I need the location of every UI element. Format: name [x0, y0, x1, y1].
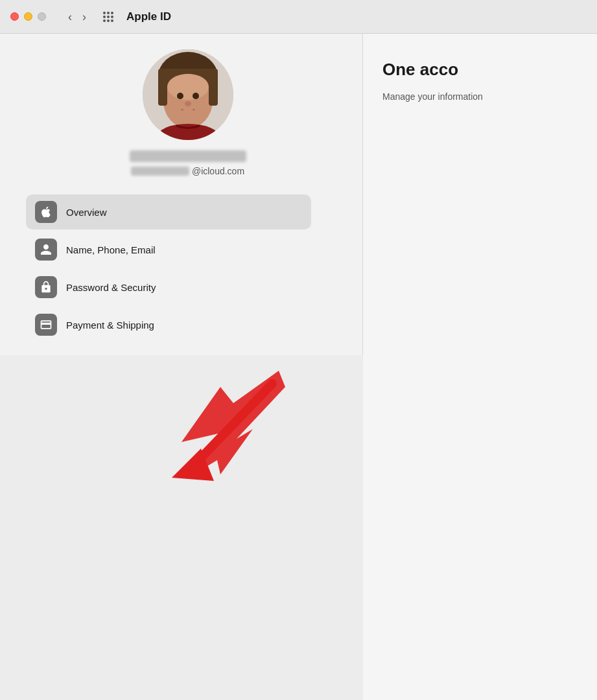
maximize-button[interactable]: [38, 12, 46, 21]
grid-dot: [107, 19, 110, 22]
grid-dot: [103, 16, 106, 18]
panel-subtitle-text: Manage your information: [382, 91, 483, 102]
grid-dot: [107, 12, 110, 14]
sidebar-wrapper: @icloud.com Overview: [0, 34, 363, 700]
svg-point-7: [177, 93, 183, 99]
svg-rect-5: [209, 76, 218, 106]
sidebar: @icloud.com Overview: [0, 34, 363, 355]
svg-point-6: [167, 74, 209, 100]
grid-dot: [111, 16, 113, 18]
menu-list: Overview Name, Phone, Email: [26, 194, 349, 342]
main-layout: @icloud.com Overview: [0, 34, 597, 700]
nav-buttons: ‹ ›: [64, 10, 90, 24]
grid-dot: [111, 19, 113, 22]
sidebar-item-name-phone-email[interactable]: Name, Phone, Email: [26, 232, 311, 267]
panel-subtitle: Manage your information: [382, 90, 483, 104]
overview-icon-bg: [35, 201, 57, 223]
card-icon: [40, 318, 53, 331]
password-security-label: Password & Security: [66, 282, 156, 293]
name-phone-email-label: Name, Phone, Email: [66, 244, 156, 255]
traffic-lights: [10, 12, 46, 21]
lock-icon-bg: [35, 276, 57, 298]
window-title: Apple ID: [126, 10, 171, 23]
grid-dot: [103, 19, 106, 22]
overview-label: Overview: [66, 207, 107, 218]
titlebar: ‹ › Apple ID: [0, 0, 597, 34]
svg-point-10: [174, 110, 202, 125]
sidebar-item-overview[interactable]: Overview: [26, 194, 311, 229]
email-suffix: @icloud.com: [192, 166, 244, 176]
svg-line-12: [191, 384, 272, 468]
profile-email: @icloud.com: [131, 166, 244, 176]
panel-title: One acco: [382, 60, 458, 80]
minimize-button[interactable]: [24, 12, 32, 21]
close-button[interactable]: [10, 12, 19, 21]
avatar: [143, 49, 233, 140]
grid-dot: [103, 12, 106, 14]
svg-marker-13: [172, 449, 214, 481]
email-username-blur: [131, 167, 189, 176]
back-button[interactable]: ‹: [64, 10, 76, 24]
panel-title-text: One acco: [382, 60, 458, 79]
sidebar-item-password-security[interactable]: Password & Security: [26, 270, 311, 305]
forward-button[interactable]: ›: [78, 10, 90, 24]
profile-name-blur: [130, 150, 246, 162]
person-icon: [40, 243, 53, 256]
card-icon-bg: [35, 314, 57, 336]
svg-point-8: [193, 93, 199, 99]
right-panel: One acco Manage your information: [363, 34, 597, 700]
lock-icon: [40, 281, 53, 294]
profile-section: @icloud.com: [26, 49, 349, 176]
apple-icon: [40, 205, 53, 218]
person-icon-bg: [35, 239, 57, 261]
grid-dot: [111, 12, 113, 14]
payment-shipping-label: Payment & Shipping: [66, 320, 154, 331]
sidebar-item-payment-shipping[interactable]: Payment & Shipping: [26, 307, 311, 342]
svg-point-9: [185, 101, 191, 106]
svg-rect-4: [158, 76, 167, 106]
grid-dot: [107, 16, 110, 18]
avatar-image: [143, 49, 233, 140]
grid-icon[interactable]: [103, 12, 113, 22]
